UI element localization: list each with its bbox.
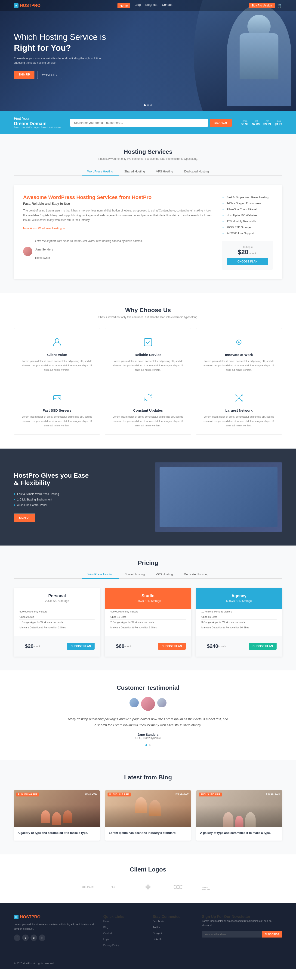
hero-dot-3[interactable] [150, 104, 152, 106]
hosting-pricing-box: Starting at $20 /month CHOOSE PLAN [222, 241, 273, 270]
ssd-icon [50, 391, 64, 405]
card-body: Lorem ipsum dolor sit amet, consectetur … [20, 359, 94, 372]
navigation: H HOSTPRO Home Blog BlogPost Contact Buy… [0, 0, 296, 11]
svg-text:1+: 1+ [112, 885, 115, 889]
social-linkedin[interactable]: in [39, 934, 45, 941]
blog-category-3: PUBLISHING PRE [198, 792, 222, 797]
nav-contact[interactable]: Contact [162, 3, 172, 8]
footer-linkedin: LinkedIn [153, 937, 193, 941]
client-logos-section: Client Logos HUAWEI 1+ UNDERARMOUR [0, 854, 296, 903]
logo: H HOSTPRO [14, 3, 40, 8]
pricing-tabs: WordPress Hosting Shared hosting VPS Hos… [14, 570, 282, 579]
blog-title-1[interactable]: A gallery of type and scrambled it to ma… [18, 831, 96, 835]
social-twitter[interactable]: t [22, 934, 29, 941]
choose-studio-button[interactable]: CHOOSE PLAN [158, 643, 186, 650]
logo-text: HOSTPRO [20, 3, 40, 8]
logos-row: HUAWEI 1+ UNDERARMOUR [14, 882, 282, 892]
blog-title-2[interactable]: Lorem Ipsum has been the Industry's stan… [109, 831, 187, 835]
blog-title-3[interactable]: A gallery of type and scrambled it to ma… [200, 831, 278, 835]
domain-search-form: SEARCH [70, 119, 232, 127]
blog-category-2: PUBLISHING PRE [107, 792, 131, 797]
tab-dedicated-hosting[interactable]: Dedicated Hosting [179, 167, 214, 176]
blog-body-2: Lorem Ipsum has been the Industry's stan… [105, 827, 191, 840]
hero-dot-2[interactable] [147, 104, 149, 106]
footer-quick-links: Quick Links Home Blog Contact Login Priv… [103, 915, 143, 949]
flexibility-image: H [155, 462, 282, 532]
testimonial-avatars [14, 697, 282, 711]
hero-signup-button[interactable]: SIGN UP [14, 71, 34, 79]
pricing-tab-vps[interactable]: VPS Hosting [150, 570, 179, 579]
testimonial-author: Jane Sanders [14, 733, 282, 737]
footer-quick-links-title: Quick Links [103, 915, 143, 919]
pricing-agency-body: 10 Millions Monthly Visitors Up to 50 Si… [196, 609, 282, 636]
pricing-tab-dedicated[interactable]: Dedicated Hosting [178, 570, 214, 579]
card-body: Lorem ipsum dolor sit amet, consectetur … [20, 415, 94, 428]
newsletter-subscribe-button[interactable]: SUBSCRIBE [262, 931, 282, 937]
card-title: Reliable Service [110, 353, 185, 357]
pricing-agency-footer: $240 /month CHOOSE PLAN [196, 636, 282, 657]
pricing-grid: Personal 20GB SSD Storage 400,000 Monthl… [14, 588, 282, 657]
cart-icon[interactable]: 🛒 [277, 3, 282, 8]
hosting-section-title: Hosting Services [14, 148, 282, 155]
hero-dot-1[interactable] [144, 104, 146, 106]
testimonial-avatar [23, 247, 32, 256]
blog-post-2: PUBLISHING PRE Feb 15, 2020 Lorem Ipsum … [105, 790, 191, 840]
price-label: Starting at [227, 246, 268, 248]
feature-apps: 2 Google Apps for Work user accounts [110, 620, 186, 625]
social-facebook[interactable]: f [14, 934, 20, 941]
social-google[interactable]: g [30, 934, 37, 941]
tab-vps-hosting[interactable]: VPS Hosting [150, 167, 179, 176]
svg-point-2 [55, 339, 59, 342]
choose-agency-button[interactable]: CHOOSE PLAN [249, 643, 277, 650]
network-icon [232, 391, 246, 405]
svg-text:H: H [15, 916, 17, 918]
nav-blogpost[interactable]: BlogPost [145, 3, 157, 8]
domain-price-org: .org $9.99 [263, 119, 271, 126]
feature-1: ✓Fast & Simple WordPress Hosting [222, 194, 273, 200]
footer-newsletter-form: SUBSCRIBE [202, 931, 282, 937]
svg-rect-15 [209, 492, 228, 504]
footer-newsletter: Sign Up For Our Newsletter Lorem ipsum d… [202, 915, 282, 949]
pricing-card-agency: Agency 500GB SSD Storage 10 Millions Mon… [196, 588, 282, 657]
choose-personal-button[interactable]: CHOOSE PLAN [67, 643, 94, 650]
t-dot-2[interactable] [149, 744, 150, 746]
pricing-card-personal: Personal 20GB SSD Storage 400,000 Monthl… [14, 588, 100, 657]
flexibility-features: Fast & Simple WordPress Hosting 1-Click … [14, 491, 141, 508]
nav-right: Buy Pro Version 🛒 [249, 3, 282, 8]
pricing-tab-shared[interactable]: Shared hosting [119, 570, 150, 579]
card-body: Lorem ipsum dolor sit amet, consectetur … [110, 415, 185, 428]
nav-blog[interactable]: Blog [134, 3, 141, 8]
testimonial-section-title: Customer Testimonial [14, 684, 282, 691]
svg-marker-22 [146, 887, 151, 889]
nav-home[interactable]: Home [117, 3, 130, 8]
pricing-tab-wordpress[interactable]: WordPress Hosting [82, 570, 119, 579]
domain-search-input[interactable] [70, 119, 208, 127]
hosting-content: Awesome WordPress Hosting Services from … [14, 185, 282, 279]
why-cards-grid: Client Value Lorem ipsum dolor sit amet,… [14, 328, 282, 435]
domain-search-button[interactable]: SEARCH [210, 119, 232, 127]
testimonial-text: Love the support from HostPro team! Best… [35, 239, 143, 264]
testimonial-section: Customer Testimonial Many desktop publis… [0, 670, 296, 760]
svg-text:H: H [218, 496, 220, 500]
footer-googleplus: Google+ [153, 931, 193, 935]
footer-stay-connected: Stay Connected Facebook Twitter Google+ … [153, 915, 193, 949]
hosting-choose-button[interactable]: CHOOSE PLAN [227, 258, 268, 265]
buy-pro-button[interactable]: Buy Pro Version [249, 3, 275, 8]
t-dot-1[interactable] [146, 744, 147, 746]
check-icon: ✓ [222, 220, 225, 223]
hero-whatsit-button[interactable]: WHAT'S IT? [37, 71, 62, 79]
flexibility-signup-button[interactable]: SIGN UP [14, 514, 35, 522]
tab-shared-hosting[interactable]: Shared Hosting [118, 167, 150, 176]
newsletter-email-input[interactable] [202, 931, 262, 937]
tab-wordpress-hosting[interactable]: WordPress Hosting [82, 167, 118, 176]
svg-point-7 [59, 397, 60, 398]
logo-underarmour: UNDERARMOUR [199, 882, 218, 892]
svg-text:H: H [15, 5, 17, 7]
svg-text:HUAWEI: HUAWEI [82, 886, 94, 889]
plan-name: Studio [110, 593, 186, 598]
hosting-more-link[interactable]: More About Wordpress Hosting → [23, 227, 65, 230]
blog-date-1: Feb 15, 2020 [84, 792, 98, 795]
hosting-testimonial: Love the support from HostPro team! Best… [23, 235, 213, 264]
blog-section-title: Latest from Blog [14, 774, 282, 781]
hosting-left-panel: Awesome WordPress Hosting Services from … [23, 194, 213, 270]
